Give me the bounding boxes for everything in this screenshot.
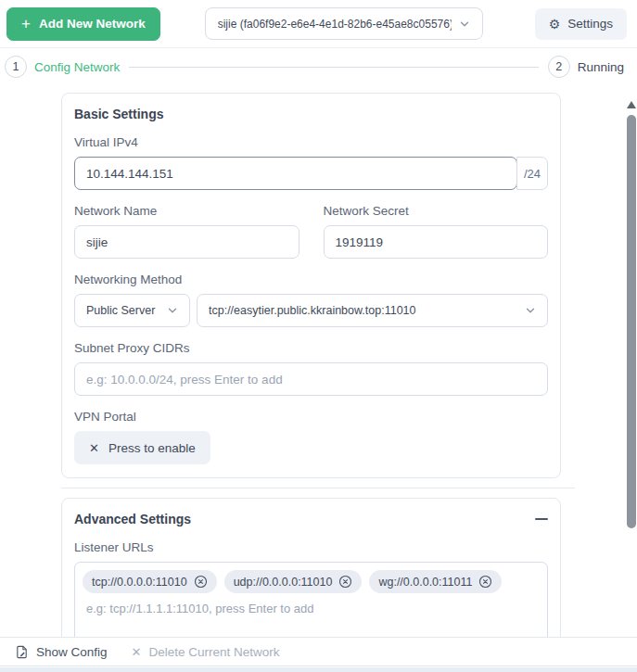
subnet-proxy-label: Subnet Proxy CIDRs (74, 341, 548, 355)
network-secret-input[interactable] (324, 225, 549, 259)
chip-remove-icon[interactable] (338, 575, 352, 589)
delete-network-label: Delete Current Network (148, 645, 279, 659)
network-selector-value: sijie (fa06f9e2-e6e4-4e1d-82b6-e45ae8c05… (218, 18, 452, 31)
basic-settings-card: Basic Settings Virtual IPv4 /24 Network … (61, 93, 561, 478)
listener-url-text: udp://0.0.0.0:11010 (234, 576, 333, 589)
x-icon: ✕ (132, 646, 142, 658)
step-running[interactable]: 2 Running (548, 56, 624, 78)
public-server-value: tcp://easytier.public.kkrainbow.top:1101… (209, 304, 517, 317)
show-config-icon (15, 645, 29, 659)
vpn-portal-enable-button[interactable]: ✕ Press to enable (74, 431, 210, 464)
step-2-circle: 2 (548, 56, 570, 78)
scrollbar-thumb[interactable] (627, 115, 636, 528)
steps-connector-line (129, 67, 538, 68)
add-new-network-button[interactable]: + Add New Network (6, 7, 160, 41)
step-1-circle: 1 (5, 56, 27, 78)
virtual-ipv4-label: Virtual IPv4 (74, 135, 548, 149)
advanced-settings-card: Advanced Settings Listener URLs tcp://0.… (61, 498, 561, 637)
public-server-dropdown[interactable]: tcp://easytier.public.kkrainbow.top:1101… (197, 294, 548, 327)
listener-url-chip: tcp://0.0.0.0:11010 (83, 570, 217, 593)
network-selector-dropdown[interactable]: sijie (fa06f9e2-e6e4-4e1d-82b6-e45ae8c05… (205, 7, 483, 40)
scroll-up-arrow-icon[interactable] (627, 101, 636, 108)
add-new-network-label: Add New Network (39, 17, 146, 31)
ipv4-prefix-addon: /24 (516, 157, 548, 190)
listener-url-text: tcp://0.0.0.0:11010 (92, 576, 187, 589)
networking-method-dropdown[interactable]: Public Server (74, 294, 190, 327)
step-1-label: Config Network (34, 60, 120, 74)
delete-network-button[interactable]: ✕ Delete Current Network (132, 645, 280, 659)
listener-url-chip: wg://0.0.0.0:11011 (369, 570, 502, 593)
listener-url-text: wg://0.0.0.0:11011 (378, 576, 472, 589)
basic-settings-title: Basic Settings (74, 107, 163, 121)
chip-remove-icon[interactable] (478, 575, 492, 589)
step-config-network[interactable]: 1 Config Network (5, 56, 120, 78)
plus-icon: + (21, 16, 31, 32)
gear-icon: ⚙ (549, 18, 561, 31)
chevron-down-icon (525, 305, 536, 316)
vpn-portal-label: VPN Portal (74, 410, 548, 424)
network-name-input[interactable] (74, 225, 299, 259)
virtual-ipv4-input[interactable] (74, 157, 517, 190)
chevron-down-icon (459, 19, 470, 30)
x-icon: ✕ (89, 442, 99, 454)
footer-toolbar: Show Config ✕ Delete Current Network (0, 637, 637, 666)
networking-method-label: Networking Method (74, 273, 548, 286)
advanced-settings-title: Advanced Settings (74, 512, 191, 526)
collapse-minus-icon[interactable] (535, 518, 548, 520)
scroll-content: 1 Config Network 2 Running Basic Setting… (0, 48, 637, 637)
listener-url-input[interactable] (83, 602, 540, 615)
chevron-down-icon (167, 305, 178, 316)
listener-chips-row: tcp://0.0.0.0:11010 udp://0.0.0.0:11010 … (83, 570, 540, 593)
wizard-steps: 1 Config Network 2 Running (0, 48, 637, 85)
listener-urls-label: Listener URLs (74, 540, 548, 554)
networking-method-value: Public Server (86, 304, 159, 317)
topbar: + Add New Network sijie (fa06f9e2-e6e4-4… (0, 0, 637, 48)
network-secret-label: Network Secret (324, 204, 549, 218)
scrollbar[interactable] (626, 98, 637, 637)
subnet-proxy-input[interactable] (74, 362, 548, 396)
chip-remove-icon[interactable] (194, 575, 208, 589)
easytier-config-page: { "colors": { "accent_green": "#3cb47c",… (0, 0, 637, 672)
listener-urls-input-box[interactable]: tcp://0.0.0.0:11010 udp://0.0.0.0:11010 … (74, 562, 548, 637)
listener-url-chip: udp://0.0.0.0:11010 (224, 570, 363, 593)
bottom-strip (0, 667, 637, 672)
cards-divider (61, 488, 575, 488)
show-config-label: Show Config (36, 645, 108, 659)
step-2-label: Running (578, 60, 624, 74)
settings-label: Settings (567, 17, 613, 31)
settings-button[interactable]: ⚙ Settings (535, 8, 627, 40)
show-config-button[interactable]: Show Config (15, 645, 108, 659)
network-name-label: Network Name (74, 204, 299, 218)
vpn-portal-button-label: Press to enable (108, 441, 196, 455)
